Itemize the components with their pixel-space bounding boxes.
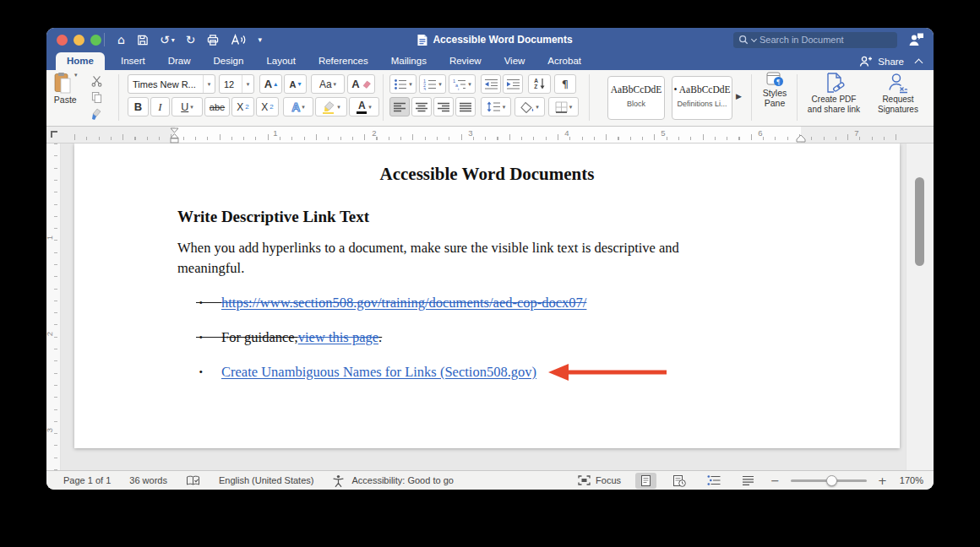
tab-review[interactable]: Review xyxy=(449,52,482,70)
immersive-reader-view-button[interactable] xyxy=(667,473,691,489)
tab-acrobat[interactable]: Acrobat xyxy=(547,52,581,70)
language-indicator[interactable]: English (United States) xyxy=(219,475,314,485)
document-icon xyxy=(416,34,427,46)
accessibility-button[interactable] xyxy=(332,474,345,487)
highlight-button[interactable]: ▾ xyxy=(315,97,347,116)
tab-layout[interactable]: Layout xyxy=(266,52,296,70)
search-box[interactable] xyxy=(733,32,897,48)
paste-button[interactable]: ▾ Paste xyxy=(53,72,78,105)
show-formatting-button[interactable]: ¶ xyxy=(554,74,576,94)
read-aloud-icon[interactable] xyxy=(231,34,247,46)
vertical-ruler[interactable]: 1 2 3 xyxy=(46,144,61,470)
draft-view-button[interactable] xyxy=(737,474,760,487)
cut-button[interactable] xyxy=(90,75,103,90)
collapse-ribbon-icon[interactable] xyxy=(915,58,923,67)
accessibility-person-icon xyxy=(332,474,345,487)
strike-connector xyxy=(203,328,221,346)
zoom-level[interactable]: 170% xyxy=(900,475,923,485)
numbered-list-button[interactable]: 1 2 3 ▾ xyxy=(419,74,446,94)
hyperlink-view-this-page[interactable]: view this page xyxy=(298,329,378,346)
justify-button[interactable] xyxy=(455,97,476,116)
share-button[interactable]: Share xyxy=(859,56,934,70)
strikethrough-button[interactable]: abe xyxy=(204,97,230,116)
page-count[interactable]: Page 1 of 1 xyxy=(63,475,111,485)
tab-design[interactable]: Design xyxy=(214,52,244,70)
format-painter-button[interactable] xyxy=(90,108,103,125)
text-effects-caret-icon: ▾ xyxy=(302,104,305,111)
font-size-select[interactable]: 12 ▾ xyxy=(219,74,254,94)
multilevel-list-button[interactable]: 1 a i ▾ xyxy=(449,74,476,94)
copy-button[interactable] xyxy=(91,91,102,107)
multilevel-list-icon: 1 a i xyxy=(453,79,466,90)
undo-button[interactable]: ↺ ▾ xyxy=(160,34,175,46)
style-block[interactable]: AaBbCcDdE Block xyxy=(607,76,665,120)
shading-button[interactable]: ▾ xyxy=(514,97,545,116)
underline-button[interactable]: U ▾ xyxy=(172,97,203,116)
sort-button[interactable]: A Z xyxy=(528,74,551,94)
shrink-font-button[interactable]: A ▾ xyxy=(284,74,307,94)
tab-stop-selector-icon[interactable] xyxy=(51,131,57,138)
text-effects-button[interactable]: A ▾ xyxy=(283,97,313,116)
right-indent-marker[interactable] xyxy=(796,133,806,143)
tab-view[interactable]: View xyxy=(504,52,525,70)
tab-mailings[interactable]: Mailings xyxy=(391,52,427,70)
italic-button[interactable]: I xyxy=(150,97,170,116)
request-signatures-button[interactable]: Request Signatures xyxy=(869,72,927,115)
bullet-list-button[interactable]: ▾ xyxy=(389,74,416,94)
grow-font-button[interactable]: A ▴ xyxy=(259,74,282,94)
redo-icon[interactable]: ↻ xyxy=(186,34,196,46)
save-icon[interactable] xyxy=(136,34,149,46)
outline-view-button[interactable] xyxy=(702,474,726,487)
align-left-button[interactable] xyxy=(389,97,410,116)
clear-formatting-button[interactable]: A xyxy=(347,74,375,94)
tab-references[interactable]: References xyxy=(318,52,368,70)
style-definitions-list[interactable]: • AaBbCcDdE Definitions Li... xyxy=(672,76,732,120)
focus-button[interactable]: Focus xyxy=(578,475,621,485)
scrollbar-thumb[interactable] xyxy=(915,177,924,266)
subscript-button[interactable]: X 2 xyxy=(231,97,254,116)
hyperlink-raw-url[interactable]: https://www.section508.gov/training/docu… xyxy=(221,295,586,311)
ruler-number: 3 xyxy=(468,128,472,138)
text-effects-label: A xyxy=(291,100,300,114)
print-icon[interactable] xyxy=(206,34,220,46)
zoom-slider-thumb[interactable] xyxy=(826,475,837,486)
zoom-in-button[interactable]: + xyxy=(878,474,887,487)
font-name-caret-icon: ▾ xyxy=(208,81,211,88)
ruler-half-ticks xyxy=(74,134,900,140)
tab-insert[interactable]: Insert xyxy=(121,52,145,70)
horizontal-ruler[interactable]: 1 2 3 4 5 6 7 xyxy=(46,127,934,144)
zoom-out-button[interactable]: − xyxy=(770,474,780,487)
print-layout-view-button[interactable] xyxy=(635,473,656,489)
left-indent-marker[interactable] xyxy=(170,127,179,144)
styles-pane-button[interactable]: ¶ Styles Pane xyxy=(756,72,793,108)
increase-indent-button[interactable] xyxy=(503,74,523,94)
toolbar-options-icon[interactable]: ▾ xyxy=(258,35,262,44)
bold-button[interactable]: B xyxy=(128,97,149,116)
superscript-button[interactable]: X 2 xyxy=(256,97,279,116)
line-spacing-button[interactable]: ▾ xyxy=(481,97,511,116)
hyperlink-create-unambiguous-names[interactable]: Create Unambiguous Names for Links (Sect… xyxy=(221,364,536,381)
decrease-indent-button[interactable] xyxy=(481,74,501,94)
create-pdf-button[interactable]: Create PDF and share link xyxy=(802,72,866,115)
styles-gallery-more-icon[interactable]: ▶ xyxy=(736,92,742,100)
word-count[interactable]: 36 words xyxy=(129,475,167,485)
fullscreen-button[interactable] xyxy=(90,35,101,46)
spellcheck-button[interactable] xyxy=(186,475,200,486)
font-color-button[interactable]: A ▾ xyxy=(349,97,379,116)
minimize-button[interactable] xyxy=(74,35,84,46)
align-center-button[interactable] xyxy=(411,97,432,116)
accessibility-status[interactable]: Accessibility: Good to go xyxy=(351,475,453,485)
search-input[interactable] xyxy=(760,35,892,45)
tab-home[interactable]: Home xyxy=(56,52,105,70)
feedback-person-icon[interactable] xyxy=(907,32,924,50)
change-case-button[interactable]: Aa ▾ xyxy=(311,74,345,94)
align-right-button[interactable] xyxy=(433,97,454,116)
home-icon[interactable]: ⌂ xyxy=(117,34,125,46)
close-button[interactable] xyxy=(57,35,68,46)
zoom-slider[interactable] xyxy=(791,479,867,482)
tab-draw[interactable]: Draw xyxy=(168,52,191,70)
document-page[interactable]: Accessible Word Documents Write Descript… xyxy=(74,144,900,448)
vertical-scrollbar[interactable] xyxy=(906,144,934,470)
borders-button[interactable]: ▾ xyxy=(548,97,579,116)
font-name-select[interactable]: Times New R... ▾ xyxy=(128,74,215,94)
